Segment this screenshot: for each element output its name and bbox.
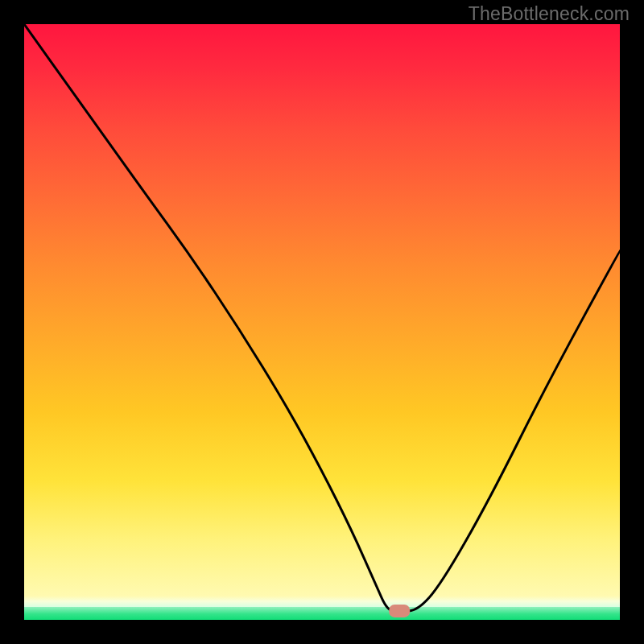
watermark-text: TheBottleneck.com [469, 3, 630, 25]
chart-frame: TheBottleneck.com [0, 0, 644, 644]
curve-layer [24, 24, 620, 620]
plot-area [24, 24, 620, 620]
optimum-marker [389, 605, 410, 617]
bottleneck-curve [24, 24, 620, 611]
